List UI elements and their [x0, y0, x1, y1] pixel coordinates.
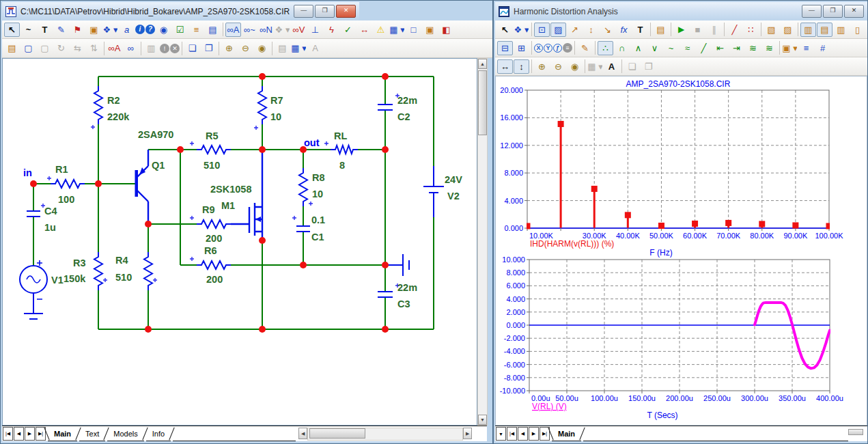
- overlay-curves-icon[interactable]: ≋: [761, 41, 777, 55]
- find-next-icon[interactable]: ∞: [123, 41, 139, 55]
- zoom-100-icon[interactable]: ◉: [254, 41, 270, 55]
- go-tops-icon[interactable]: ∩: [614, 41, 630, 55]
- split-window-icon[interactable]: ◧: [438, 23, 454, 37]
- zoom-out-icon[interactable]: ⊖: [238, 41, 253, 55]
- go-period-icon[interactable]: ~: [663, 41, 679, 55]
- grid-display-icon[interactable]: ▦ ▾: [291, 41, 307, 55]
- vertical-scroll-thumb[interactable]: [478, 70, 487, 135]
- find-component-icon[interactable]: a: [119, 23, 135, 37]
- show-attribute-text-icon[interactable]: ∞A: [225, 23, 241, 37]
- prev-page-button[interactable]: ◀: [518, 427, 528, 441]
- page-properties-icon[interactable]: ▣: [422, 23, 438, 37]
- go-peaks-icon[interactable]: ∧: [630, 41, 646, 55]
- go-peak-peak-icon[interactable]: ≈: [680, 41, 695, 55]
- plot-groups-icon[interactable]: ▤: [817, 23, 832, 37]
- horizontal-scrollbar[interactable]: [307, 428, 463, 441]
- hscroll-right-icon[interactable]: ▶: [463, 428, 472, 439]
- scale-mode-icon[interactable]: ⊡: [534, 23, 550, 37]
- numeric-values-icon[interactable]: #: [815, 41, 830, 55]
- plot-area[interactable]: 0.0004.0008.00012.00016.00020.00010.00K3…: [495, 76, 867, 426]
- show-conditions-icon[interactable]: ✓: [340, 23, 356, 37]
- go-datapoints-icon[interactable]: ∴: [598, 41, 613, 55]
- harmonic-marker[interactable]: [658, 223, 664, 229]
- info-mode-icon[interactable]: i: [135, 25, 145, 34]
- first-page-button[interactable]: |◀: [3, 427, 13, 441]
- vertical-axes-icon[interactable]: ↕: [514, 59, 529, 74]
- mini-scroll-thumb[interactable]: [848, 429, 863, 435]
- show-grid-text-icon[interactable]: ∞~: [242, 23, 257, 37]
- tag-box-icon[interactable]: ▨: [780, 23, 796, 37]
- formula-text-icon[interactable]: fx: [616, 23, 632, 37]
- harmonic-marker[interactable]: [759, 221, 765, 227]
- close-button[interactable]: ✕: [844, 5, 864, 18]
- rotate-icon[interactable]: ↻: [53, 41, 69, 55]
- harmonic-marker[interactable]: [625, 212, 631, 218]
- tab-main[interactable]: Main: [48, 426, 77, 441]
- harmonic-marker[interactable]: [792, 222, 798, 228]
- close-button[interactable]: ✕: [336, 5, 356, 18]
- restore-button[interactable]: ❐: [315, 5, 335, 18]
- stop-icon[interactable]: ■: [690, 23, 705, 37]
- next-page-button[interactable]: ▶: [25, 427, 35, 441]
- schematic-titlebar[interactable]: C:\MC11\DATA\Petrov\Hibrid\Hibrid_Bokare…: [2, 2, 359, 20]
- tab-models[interactable]: Models: [107, 426, 143, 441]
- tab-main[interactable]: Main: [552, 426, 581, 441]
- schematic-canvas[interactable]: R1 100 R2 220k R3 150k R4 510 R5 510 R6 …: [2, 58, 477, 426]
- vertical-tag-icon[interactable]: ↕: [583, 23, 599, 37]
- web-link-icon[interactable]: ◉: [156, 23, 171, 37]
- series-1[interactable]: [524, 121, 832, 229]
- log-x-axis-icon[interactable]: X: [534, 44, 543, 53]
- flip-horizontal-icon[interactable]: ⇆: [70, 41, 85, 55]
- flag-tool-icon[interactable]: ⚑: [70, 23, 85, 37]
- grid-options-icon[interactable]: ▦ ▾: [389, 23, 405, 37]
- minimize-button[interactable]: —: [294, 5, 313, 18]
- font-icon[interactable]: A: [307, 41, 323, 55]
- region-enable-icon[interactable]: ☑: [172, 23, 188, 37]
- log-y-axis-icon[interactable]: Y: [544, 44, 552, 53]
- point-tag-icon[interactable]: ↗: [567, 23, 583, 37]
- scroll-down-icon[interactable]: ▼: [478, 415, 487, 425]
- show-pin-connections-icon[interactable]: ↔: [356, 23, 372, 37]
- new-page-icon[interactable]: □: [406, 23, 421, 37]
- shapes-menu-icon[interactable]: ❖ ▾: [514, 23, 529, 37]
- chart-legend[interactable]: IHD(HARM(v(RL))) (%): [530, 239, 614, 249]
- zoom-100-icon[interactable]: ◉: [567, 59, 583, 74]
- scroll-up-icon[interactable]: ▲: [478, 59, 487, 69]
- one-curve-axes-icon[interactable]: ⊟: [497, 41, 513, 55]
- analysis-properties-icon[interactable]: ▤: [653, 23, 669, 37]
- annotate-page-icon[interactable]: ▤: [205, 23, 221, 37]
- ruler-box-icon[interactable]: ▧: [764, 23, 779, 37]
- list-scale-icon[interactable]: ≡: [563, 43, 572, 53]
- harmonic-marker[interactable]: [725, 220, 731, 226]
- run-icon[interactable]: ▶: [673, 23, 689, 37]
- send-to-back-icon[interactable]: ❐: [641, 59, 656, 74]
- find-icon[interactable]: ∞A: [107, 41, 122, 55]
- show-node-numbers-icon[interactable]: ∞N: [258, 23, 274, 37]
- edit-curve-icon[interactable]: ✎: [577, 41, 593, 55]
- tab-text[interactable]: Text: [79, 426, 105, 441]
- bring-to-front-icon[interactable]: ❏: [624, 59, 640, 74]
- single-plot-icon[interactable]: ▯: [850, 23, 865, 37]
- shapes-menu-icon[interactable]: ❖ ▾: [102, 23, 118, 37]
- tile-vertical-icon[interactable]: ▥: [833, 23, 849, 37]
- pause-icon[interactable]: ∥: [706, 23, 722, 37]
- chart-legend[interactable]: V(RL) (V): [532, 402, 567, 411]
- harmonic-marker[interactable]: [692, 221, 698, 227]
- schematic-vertical-scrollbar[interactable]: ▲ ▼: [477, 58, 488, 426]
- page-book-icon[interactable]: ▤: [275, 41, 290, 55]
- select-tool-icon[interactable]: ↖: [4, 23, 20, 37]
- go-slope-icon[interactable]: ╱: [696, 41, 712, 55]
- flip-vertical-icon[interactable]: ⇅: [86, 41, 102, 55]
- harmonic-marker[interactable]: [591, 186, 598, 192]
- zoom-in-icon[interactable]: ⊕: [221, 41, 237, 55]
- erc-warning-icon[interactable]: ⚠: [373, 23, 389, 37]
- info-point-icon[interactable]: !: [160, 44, 169, 53]
- help-mode-icon[interactable]: ?: [145, 25, 155, 34]
- horizontal-scroll-thumb[interactable]: [309, 428, 365, 439]
- wire-mode-icon[interactable]: ~: [20, 23, 36, 37]
- harmonic-marker[interactable]: [826, 223, 832, 229]
- tab-info[interactable]: Info: [146, 426, 171, 441]
- properties-icon[interactable]: ▤: [4, 41, 20, 55]
- send-to-back-icon[interactable]: ❐: [201, 41, 216, 55]
- data-points-icon[interactable]: ╱: [727, 23, 742, 37]
